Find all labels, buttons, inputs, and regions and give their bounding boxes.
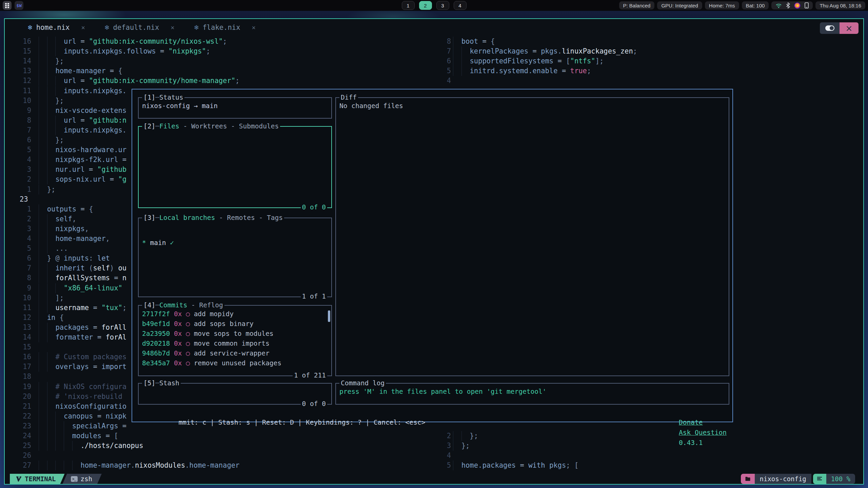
code-text: specialArgs =	[39, 421, 126, 431]
commit-row[interactable]: 2717f2f 0x ○ add mopidy	[142, 309, 328, 319]
code-text: overlays = import	[39, 362, 126, 372]
code-text: home.packages = with pkgs; [	[453, 461, 578, 470]
pin-toggle-icon	[825, 25, 834, 31]
line-number: 13	[17, 323, 31, 332]
line-number: 2	[17, 175, 31, 184]
status-bar: TERMINAL >_ zsh nixos-config	[5, 474, 863, 484]
vim-icon	[16, 476, 22, 482]
tab-default-nix[interactable]: ❄default.nix×	[105, 23, 175, 32]
panel-title: [1]─Status	[142, 93, 184, 102]
line-number: 5	[17, 145, 31, 155]
workspace-1[interactable]: 1	[402, 1, 415, 10]
code-line: 5 initrd.systemd.enable = true;	[5, 66, 863, 76]
commits-panel[interactable]: [4]─Commits - Reflog 2717f2f 0x ○ add mo…	[138, 305, 332, 376]
workspace-2[interactable]: 2	[419, 1, 432, 10]
line-number: 5	[17, 244, 31, 253]
commits-scrollbar[interactable]	[328, 310, 330, 322]
line-number: 6	[17, 135, 31, 145]
code-text: };	[39, 185, 55, 195]
stash-panel[interactable]: [5]─Stash 0 of 0	[138, 383, 332, 405]
keybindings-text: mmit: c | Stash: s | Reset: D | Keybindi…	[178, 419, 425, 426]
code-text: ...	[39, 244, 68, 253]
terminal-window: ❄home.nix×❄default.nix×❄flake.nix× × 16 …	[4, 18, 864, 485]
workspace-3[interactable]: 3	[436, 1, 449, 10]
branches-panel[interactable]: [3]─Local branches - Remotes - Tags * ma…	[138, 218, 332, 297]
commit-mark: 0x ○	[174, 359, 194, 367]
desktop: $W 1234 P: BalancedGPU: IntegratedHome: …	[0, 0, 868, 488]
panel-title: [4]─Commits - Reflog	[142, 301, 224, 310]
code-text: packages = forAll	[39, 323, 126, 332]
code-text: nixosConfiguratio	[39, 402, 126, 411]
branch-row[interactable]: * main ✓	[142, 238, 328, 248]
workspace-4[interactable]: 4	[454, 1, 467, 10]
line-number: 10	[17, 293, 31, 303]
commit-row[interactable]: 8e345a7 0x ○ remove unused packages	[142, 358, 328, 368]
line-number: 5	[441, 66, 451, 76]
tab-close-icon[interactable]: ×	[81, 24, 85, 31]
code-text: in {	[39, 313, 64, 323]
status-pill: P: Balanced	[619, 1, 655, 9]
tab-home-nix[interactable]: ❄home.nix×	[28, 23, 85, 32]
commit-mark: 0x ○	[174, 320, 194, 328]
tab-label: home.nix	[36, 23, 70, 32]
commit-mark: 0x ○	[174, 330, 194, 338]
commit-hash: 2a23950	[142, 330, 174, 338]
tab-label: default.nix	[113, 23, 159, 32]
window-close-button[interactable]: ×	[840, 22, 859, 34]
status-panel[interactable]: [1]─Status nixos-config → main	[138, 97, 332, 119]
code-text: # NixOS configura	[39, 382, 126, 392]
code-text: formatter = forAl	[39, 332, 126, 342]
command-log-panel[interactable]: Command log press 'M' in the files panel…	[335, 383, 729, 405]
tab-label: flake.nix	[202, 23, 240, 32]
code-line: 2 };	[5, 431, 863, 441]
nix-snowflake-icon: ❄	[28, 23, 32, 32]
line-number: 7	[17, 263, 31, 273]
code-text: "x86_64-linux"	[39, 283, 122, 293]
code-text: self,	[39, 214, 76, 224]
line-number: 5	[441, 461, 451, 470]
line-number: 8	[17, 116, 31, 125]
code-text: } @ inputs: let	[39, 253, 110, 263]
commit-row[interactable]: d920218 0x ○ move common imports	[142, 339, 328, 348]
line-number: 16	[17, 352, 31, 362]
line-number: 4	[17, 234, 31, 244]
panel-title: Command log	[339, 379, 386, 388]
commit-hash: d920218	[142, 340, 174, 347]
code-text: initrd.systemd.enable = true;	[453, 66, 591, 76]
commit-message: add service-wrapper	[194, 349, 270, 357]
tab-close-icon[interactable]: ×	[252, 24, 255, 31]
mode-label: TERMINAL	[25, 475, 56, 483]
commit-message: add mopidy	[194, 310, 234, 318]
window-pin-button[interactable]	[820, 22, 840, 34]
line-number: 12	[17, 313, 31, 323]
scroll-label: 100 %	[826, 474, 855, 484]
tab-flake-nix[interactable]: ❄flake.nix×	[194, 23, 256, 32]
files-panel[interactable]: [2]─Files - Worktrees - Submodules 0 of …	[138, 126, 332, 208]
code-text: username = "tux";	[39, 303, 126, 313]
commit-row[interactable]: 9486b7d 0x ○ add service-wrapper	[142, 348, 328, 358]
line-number: 10	[17, 96, 31, 106]
tab-close-icon[interactable]: ×	[171, 24, 174, 31]
line-number: 8	[17, 273, 31, 283]
keybindings-bar: mmit: c | Stash: s | Reset: D | Keybindi…	[139, 407, 727, 418]
bluetooth-icon	[786, 2, 790, 8]
panel-count: 0 of 0	[301, 203, 327, 212]
command-log-content: press 'M' in the files panel to open 'gi…	[339, 388, 725, 395]
code-text: };	[453, 441, 470, 451]
line-number: 3	[17, 165, 31, 175]
line-number: 23	[17, 195, 31, 204]
commit-row[interactable]: b49ef1d 0x ○ add sops binary	[142, 319, 328, 329]
code-text: nur.url = "github	[39, 165, 126, 175]
diff-panel[interactable]: Diff No changed files	[335, 97, 729, 376]
line-number: 8	[441, 37, 451, 46]
line-number: 2	[441, 431, 451, 441]
line-number: 17	[17, 362, 31, 372]
repo-label: nixos-config	[755, 474, 811, 484]
donate-link[interactable]: Donate	[679, 419, 703, 426]
ask-question-link[interactable]: Ask Question	[679, 429, 727, 436]
commit-row[interactable]: 2a23950 0x ○ move sops to modules	[142, 329, 328, 339]
tray-pill[interactable]	[771, 1, 813, 9]
code-text: nix-vscode-extens	[39, 106, 126, 116]
commit-mark: 0x ○	[174, 310, 194, 318]
commit-mark: 0x ○	[174, 349, 194, 357]
